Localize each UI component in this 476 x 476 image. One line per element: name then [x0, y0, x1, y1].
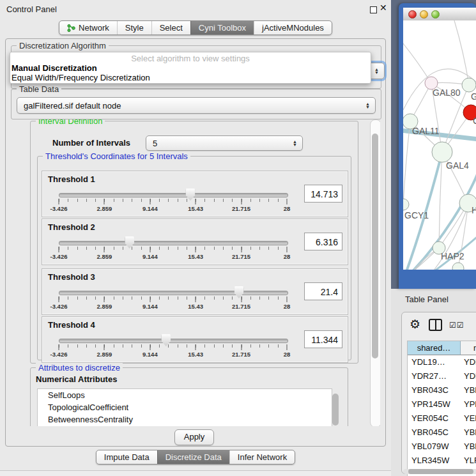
table-panel: ⚙ ☑☑ shared… n YDL19…YDL1 YDR27…YDR2 YBR…: [401, 312, 476, 474]
threshold-4-ticks: [59, 344, 287, 348]
node-table: shared… n YDL19…YDL1 YDR27…YDR2 YBR043CY…: [407, 341, 476, 476]
node-gal4[interactable]: [432, 142, 452, 162]
column-header-shared[interactable]: shared…: [408, 341, 461, 355]
tab-jactivemnodules[interactable]: jActiveMNodules: [254, 21, 332, 35]
close-icon[interactable]: ✕: [380, 3, 387, 13]
network-canvas[interactable]: GAL80 GA C GAL11 GAL4 GCY1 H HAP2: [403, 20, 476, 270]
list-item-selfloops[interactable]: SelfLoops: [38, 389, 332, 401]
threshold-1-slider[interactable]: -3.426 2.859 9.144 15.43 21.715 28: [59, 188, 287, 215]
threshold-2-slider-track[interactable]: [59, 241, 288, 245]
table-row[interactable]: YBR043CYBR0: [408, 383, 476, 397]
interval-definition-group: Interval Definition Number of Intervals …: [30, 121, 358, 364]
table-data-title: Table Data: [17, 84, 61, 94]
network-view-window[interactable]: GAL80 GA C GAL11 GAL4 GCY1 H HAP2: [399, 3, 476, 289]
float-window-icon[interactable]: [370, 6, 377, 13]
list-item-topologicalcoefficient[interactable]: TopologicalCoefficient: [38, 401, 332, 413]
popup-item-manual-discretization[interactable]: Manual Discretization: [10, 63, 371, 73]
node-label-gal11: GAL11: [412, 126, 440, 136]
threshold-4-panel: Threshold 4 -3.426 2.859 9.144 15.43 21.…: [42, 316, 348, 363]
threshold-4-label: Threshold 4: [48, 320, 95, 330]
list-item-betweennesscentrality[interactable]: BetweennessCentrality: [38, 413, 332, 426]
threshold-4-value-field[interactable]: 11.344: [304, 330, 342, 348]
tab-network-label: Network: [79, 23, 109, 33]
node-label-gal80: GAL80: [433, 88, 461, 98]
threshold-1-slider-track[interactable]: [59, 193, 288, 197]
table-data-combo-value: galFiltered.sif default node: [24, 101, 121, 111]
checkbox-icons[interactable]: ☑☑: [449, 321, 464, 330]
table-horizontal-scrollbar-thumb[interactable]: [408, 469, 473, 474]
close-traffic-light-icon[interactable]: [408, 10, 417, 19]
threshold-3-value-field[interactable]: 21.4: [304, 282, 342, 300]
threshold-3-slider[interactable]: -3.426 2.859 9.144 15.43 21.715 28: [59, 286, 287, 312]
settings-scrollbar-thumb[interactable]: [372, 134, 378, 358]
threshold-3-tick-labels: -3.426 2.859 9.144 15.43 21.715 28: [59, 303, 287, 311]
algorithm-dropdown-popup: Select algorithm to view settings Manual…: [10, 52, 371, 84]
node-label-clipped-c: C: [473, 116, 476, 126]
threshold-3-slider-track[interactable]: [59, 291, 288, 295]
numerical-attributes-label: Numerical Attributes: [36, 374, 117, 384]
number-of-intervals-combo[interactable]: 5 ▲▼: [146, 135, 303, 151]
apply-button[interactable]: Apply: [174, 429, 214, 445]
threshold-1-tick-labels: -3.426 2.859 9.144 15.43 21.715 28: [59, 205, 287, 213]
table-row[interactable]: YER054CYER0: [408, 411, 476, 426]
table-horizontal-scrollbar[interactable]: [403, 469, 476, 474]
combo-arrows-icon: ▲▼: [374, 68, 379, 74]
network-icon: [67, 24, 75, 33]
tab-network[interactable]: Network: [59, 21, 117, 35]
node-gcy1[interactable]: [403, 199, 409, 210]
node-label-gal4: GAL4: [446, 160, 469, 171]
table-row[interactable]: YBR045CYBR0: [408, 426, 476, 440]
cyni-toolbox-content: Discretization Algorithm ▲▼ Select algor…: [5, 38, 386, 447]
node-label-gcy1: GCY1: [404, 210, 429, 220]
settings-scroll-viewport: Interval Definition Number of Intervals …: [12, 119, 380, 426]
table-rows: YDL19…YDL1 YDR27…YDR2 YBR043CYBR0 YPR145…: [408, 355, 476, 470]
node-bottom[interactable]: [452, 263, 464, 270]
tab-infer-network[interactable]: Infer Network: [229, 450, 295, 464]
column-header-name[interactable]: n: [461, 341, 476, 355]
interval-definition-title: Interval Definition: [36, 119, 105, 126]
popup-placeholder: Select algorithm to view settings: [10, 52, 371, 63]
table-data-combo[interactable]: galFiltered.sif default node ▲▼: [17, 97, 376, 114]
attributes-group: Attributes to discretize Numerical Attri…: [30, 367, 348, 426]
threshold-4-slider[interactable]: -3.426 2.859 9.144 15.43 21.715 28: [59, 334, 287, 360]
attributes-group-title: Attributes to discretize: [36, 363, 123, 372]
threshold-4-slider-track[interactable]: [59, 339, 288, 343]
attributes-list-scrollbar[interactable]: [332, 394, 339, 426]
control-panel: Control Panel ✕ Network Style Select: [0, 0, 391, 476]
threshold-2-tick-labels: -3.426 2.859 9.144 15.43 21.715 28: [59, 253, 287, 261]
number-of-intervals-label: Number of Intervals: [52, 138, 130, 148]
minimize-traffic-light-icon[interactable]: [420, 10, 428, 19]
table-row[interactable]: YPR145WYPR1: [408, 397, 476, 411]
popup-item-equal-width-frequency[interactable]: Equal Width/Frequency Discretization: [10, 73, 371, 82]
node-top-right[interactable]: [462, 78, 476, 92]
columns-icon[interactable]: [429, 319, 442, 331]
threshold-2-slider[interactable]: -3.426 2.859 9.144 15.43 21.715 28: [59, 236, 287, 263]
numerical-attributes-list[interactable]: SelfLoops TopologicalCoefficient Between…: [37, 388, 332, 426]
table-row[interactable]: YBL079WYBL0: [408, 440, 476, 454]
number-of-intervals-value: 5: [153, 139, 157, 148]
tab-cyni-toolbox[interactable]: Cyni Toolbox: [190, 21, 254, 35]
zoom-traffic-light-icon[interactable]: [431, 10, 440, 19]
threshold-3-label: Threshold 3: [48, 272, 95, 282]
threshold-1-ticks: [59, 199, 287, 202]
network-window-titlebar[interactable]: [403, 8, 476, 21]
threshold-3-ticks: [59, 296, 287, 300]
threshold-2-value-field[interactable]: 6.316: [304, 233, 342, 250]
combo-arrows-icon: ▲▼: [293, 140, 297, 146]
tab-impute-data[interactable]: Impute Data: [96, 450, 157, 464]
threshold-3-panel: Threshold 3 -3.426 2.859 9.144 15.43 21.…: [42, 268, 348, 315]
thresholds-coordinates-title: Threshold's Coordinates for 5 Intervals: [43, 151, 190, 161]
table-row[interactable]: YDR27…YDR2: [408, 369, 476, 383]
network-graph: GAL80 GA C GAL11 GAL4 GCY1 H HAP2: [403, 20, 476, 270]
tab-select[interactable]: Select: [151, 21, 190, 35]
threshold-1-value-field[interactable]: 14.713: [304, 185, 342, 203]
node-label-clipped-ga: GA: [471, 91, 476, 102]
table-row[interactable]: YDL19…YDL1: [408, 355, 476, 369]
tab-style[interactable]: Style: [117, 21, 151, 35]
threshold-2-ticks: [59, 247, 287, 250]
table-row[interactable]: YLR345WYLR3: [408, 454, 476, 468]
threshold-4-tick-labels: -3.426 2.859 9.144 15.43 21.715 28: [59, 351, 287, 358]
top-tab-bar: Network Style Select Cyni Toolbox jActiv…: [0, 20, 391, 35]
gear-icon[interactable]: ⚙: [410, 317, 420, 332]
tab-discretize-data[interactable]: Discretize Data: [157, 450, 229, 464]
